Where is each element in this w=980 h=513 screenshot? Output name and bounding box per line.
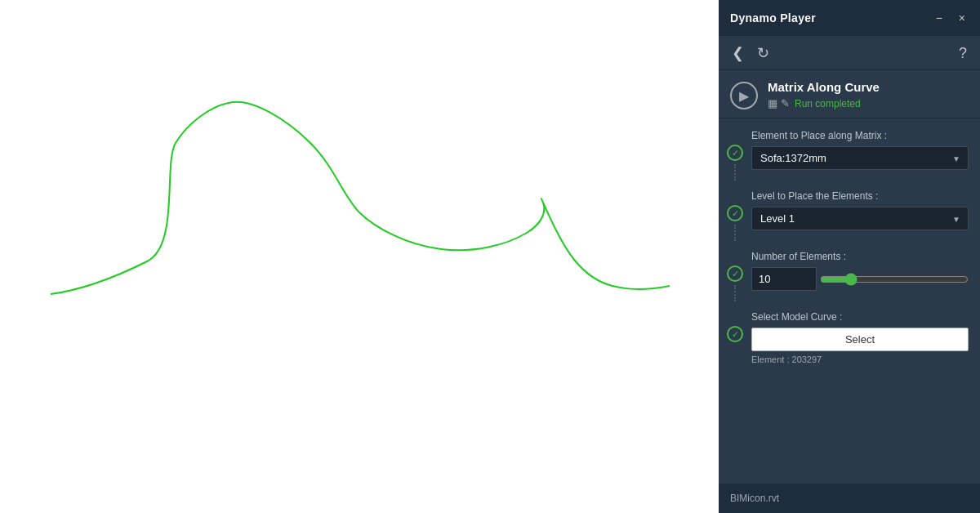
level-dropdown[interactable]: Level 1	[751, 207, 969, 230]
params-area: ✓ Element to Place along Matrix : Sofa:1…	[719, 118, 980, 484]
close-button[interactable]: ×	[956, 11, 969, 25]
title-bar: Dynamo Player − ×	[719, 0, 980, 36]
panel-footer: BIMicon.rvt	[719, 484, 980, 513]
number-input-row	[751, 267, 969, 291]
param-row-level: ✓ Level to Place the Elements : Level 1	[719, 185, 980, 246]
check-circle-curve: ✓	[727, 326, 743, 342]
refresh-icon: ↻	[757, 46, 769, 60]
param-check-curve: ✓	[719, 311, 751, 342]
param-check-number: ✓	[719, 251, 751, 301]
canvas-area	[0, 0, 719, 513]
back-button[interactable]: ❮	[727, 42, 749, 64]
minimize-button[interactable]: −	[933, 11, 946, 25]
dotted-line-2	[734, 225, 736, 241]
dropdown-wrapper-level: Level 1	[751, 207, 969, 230]
script-meta: ▦ ✎ Run completed	[768, 97, 969, 109]
title-bar-controls: − ×	[933, 11, 969, 25]
element-id: Element : 203297	[751, 355, 969, 364]
param-row-element: ✓ Element to Place along Matrix : Sofa:1…	[719, 125, 980, 185]
model-curve	[51, 102, 670, 294]
dotted-line-3	[734, 285, 736, 301]
param-row-curve: ✓ Select Model Curve : Select Element : …	[719, 306, 980, 374]
param-check-level: ✓	[719, 190, 751, 241]
script-icons: ▦ ✎	[768, 97, 790, 109]
script-info: Matrix Along Curve ▦ ✎ Run completed	[768, 80, 969, 109]
check-circle-number: ✓	[727, 265, 743, 282]
param-label-curve: Select Model Curve :	[751, 311, 969, 323]
run-status: Run completed	[795, 98, 861, 109]
param-label-number: Number of Elements :	[751, 251, 969, 262]
panel-title: Dynamo Player	[730, 11, 816, 25]
filename: BIMicon.rvt	[730, 493, 779, 504]
help-button[interactable]: ?	[954, 42, 972, 64]
param-content-curve: Select Model Curve : Select Element : 20…	[751, 311, 980, 369]
script-header: ▶ Matrix Along Curve ▦ ✎ Run completed	[719, 70, 980, 118]
param-content-element: Element to Place along Matrix : Sofa:137…	[751, 130, 980, 175]
back-icon: ❮	[732, 46, 744, 60]
edit-icon: ✎	[781, 97, 790, 109]
dynamo-panel: Dynamo Player − × ❮ ↻ ? ▶ Matrix Along C…	[719, 0, 980, 513]
param-label-level: Level to Place the Elements :	[751, 190, 969, 202]
script-name: Matrix Along Curve	[768, 80, 969, 94]
param-check-element: ✓	[719, 130, 751, 181]
run-button[interactable]: ▶	[730, 82, 758, 109]
toolbar: ❮ ↻ ?	[719, 36, 980, 70]
run-icon: ▶	[739, 88, 749, 104]
param-content-number: Number of Elements :	[751, 251, 980, 296]
help-icon: ?	[959, 46, 967, 60]
param-label-element: Element to Place along Matrix :	[751, 130, 969, 141]
dropdown-wrapper-element: Sofa:1372mm	[751, 146, 969, 170]
number-slider[interactable]	[820, 273, 969, 286]
check-circle-element: ✓	[727, 145, 743, 161]
number-input[interactable]	[751, 267, 817, 291]
select-curve-button[interactable]: Select	[751, 328, 969, 351]
dotted-line-1	[734, 164, 736, 181]
param-row-number: ✓ Number of Elements :	[719, 246, 980, 306]
refresh-button[interactable]: ↻	[752, 42, 774, 64]
check-circle-level: ✓	[727, 205, 743, 221]
element-dropdown[interactable]: Sofa:1372mm	[751, 146, 969, 170]
param-content-level: Level to Place the Elements : Level 1	[751, 190, 980, 235]
file-icon: ▦	[768, 97, 777, 109]
